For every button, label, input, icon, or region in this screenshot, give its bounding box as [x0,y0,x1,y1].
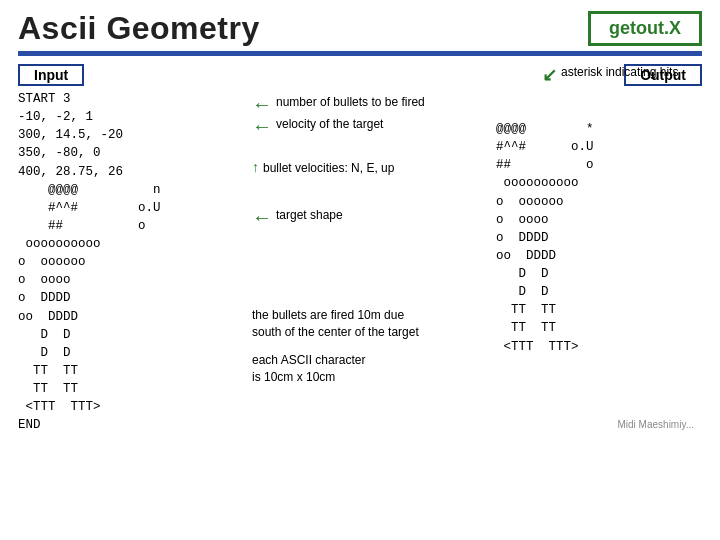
getout-button[interactable]: getout.X [588,11,702,46]
target-shape-annotation: target shape [276,207,343,224]
asterisk-label: asterisk indicating hits [561,64,678,81]
input-code: START 3 -10, -2, 1 300, 14.5, -20 350, -… [18,90,248,434]
input-label: Input [18,64,84,86]
bullet-vel-annotation: bullet velocities: N, E, up [263,160,394,177]
velocity-arrow-icon: ← [252,116,272,136]
velocity-annotation: velocity of the target [276,116,383,133]
bullets-arrow-icon: ← [252,94,272,114]
header-divider [18,51,702,56]
bullets-annotation: number of bullets to be fired [276,94,425,111]
bullets-fired-note: the bullets are fired 10m due south of t… [252,307,488,341]
ascii-char-note: each ASCII character is 10cm x 10cm [252,352,488,386]
watermark: Midi Maeshimiy... [618,419,695,430]
asterisk-annotation: ↙ asterisk indicating hits [542,64,702,86]
output-code: @@@@ * #^^# o.U ## o oooooooooo o oooooo… [496,120,702,356]
asterisk-arrow-icon: ↙ [542,64,557,86]
page-title: Ascii Geometry [18,10,260,47]
target-shape-arrow-icon: ← [252,207,272,227]
bullet-vel-arrow-icon: ↑ [252,160,259,174]
